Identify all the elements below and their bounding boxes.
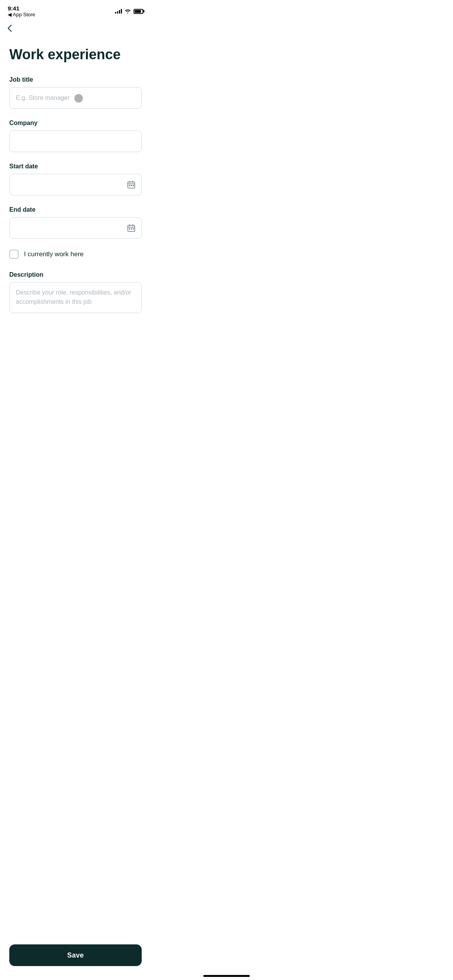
job-title-input[interactable] [9, 87, 142, 109]
currently-work-here-label: I currently work here [24, 250, 84, 258]
status-app-store: ◀ App Store [8, 12, 35, 17]
job-title-label: Job title [9, 76, 142, 83]
signal-icon [115, 9, 122, 14]
main-content: Work experience Job title Company Start … [0, 40, 151, 372]
end-date-label: End date [9, 206, 142, 213]
status-time: 9:41 [8, 5, 19, 12]
end-date-input-wrapper [9, 217, 142, 239]
status-left: 9:41 ◀ App Store [8, 5, 35, 17]
currently-work-here-checkbox[interactable] [9, 250, 19, 259]
description-group: Description [9, 271, 142, 315]
status-bar: 9:41 ◀ App Store [0, 0, 151, 19]
start-date-input[interactable] [9, 174, 142, 195]
job-title-group: Job title [9, 76, 142, 109]
back-arrow-small: ◀ [8, 12, 12, 17]
company-input-wrapper [9, 130, 142, 152]
end-date-group: End date [9, 206, 142, 239]
description-textarea[interactable] [9, 282, 142, 313]
job-title-input-wrapper [9, 87, 142, 109]
end-date-input[interactable] [9, 217, 142, 239]
back-chevron-icon [8, 25, 12, 32]
start-date-group: Start date [9, 163, 142, 195]
description-label: Description [9, 271, 142, 278]
start-date-label: Start date [9, 163, 142, 170]
status-right [115, 9, 143, 14]
company-label: Company [9, 120, 142, 127]
back-button[interactable] [8, 22, 19, 34]
start-date-input-wrapper [9, 174, 142, 195]
page-title: Work experience [9, 46, 142, 62]
company-input[interactable] [9, 130, 142, 152]
wifi-icon [125, 9, 131, 14]
company-group: Company [9, 120, 142, 152]
battery-fill [135, 10, 141, 13]
nav-bar [0, 19, 151, 40]
battery-icon [134, 9, 143, 14]
currently-work-here-row[interactable]: I currently work here [9, 250, 142, 259]
